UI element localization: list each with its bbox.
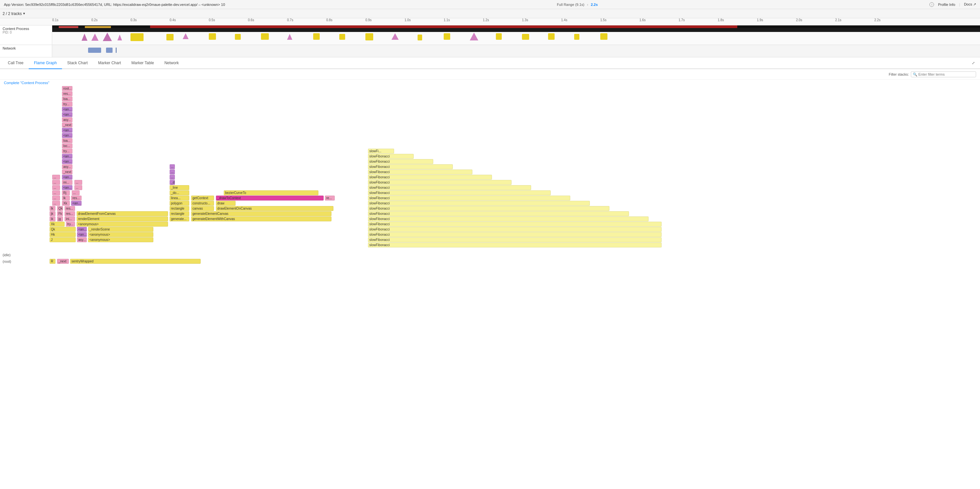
flame-block[interactable]: asy... (77, 237, 87, 242)
flame-block-slow-fib10[interactable]: slowFibonacci (368, 201, 590, 206)
filter-input[interactable] (911, 71, 976, 77)
flame-block-slow-fib2[interactable]: slowFibonacci (368, 159, 433, 164)
flame-block[interactable]: _next (62, 170, 72, 175)
flame-block-slow-fib1[interactable]: slowFibonacci (368, 154, 414, 159)
track-chevron[interactable]: ▾ (23, 11, 25, 16)
flame-block[interactable]: ... (170, 164, 175, 169)
flame-block[interactable]: ik (49, 216, 56, 221)
flame-block-r[interactable]: R (49, 259, 56, 264)
flame-block[interactable]: try... (62, 102, 72, 106)
flame-block[interactable]: ... (52, 201, 60, 206)
flame-block-linea[interactable]: linea... (170, 195, 189, 200)
flame-block[interactable]: ini... (62, 180, 72, 185)
flame-block-slow-fib15[interactable]: slowFibonacci (368, 227, 662, 232)
flame-block[interactable]: ... (52, 180, 60, 185)
flame-block-qk[interactable]: Qk (49, 227, 76, 232)
flame-block[interactable]: res... (62, 91, 72, 96)
tab-stack-chart[interactable]: Stack Chart (62, 57, 93, 69)
flame-block-j[interactable]: J (49, 237, 76, 242)
flame-block[interactable]: ... (170, 170, 175, 175)
flame-block[interactable]: Rj (62, 191, 70, 195)
flame-block-slow-fib18[interactable]: slowFibonacci (368, 243, 662, 248)
flame-block[interactable]: <an... (62, 107, 72, 112)
flame-block[interactable]: <an... (62, 175, 72, 179)
flame-block-slow-fi[interactable]: slowFi... (368, 149, 394, 154)
flame-block-polygon[interactable]: polygon (170, 201, 189, 206)
flame-block-slow-fib3[interactable]: slowFibonacci (368, 164, 453, 169)
flame-block[interactable]: Qk (57, 206, 63, 211)
flame-block-rect1[interactable]: rectangle (170, 206, 189, 211)
flame-block-get-context[interactable]: getContext (191, 195, 214, 200)
flame-block-slow-fib4[interactable]: slowFibonacci (368, 170, 473, 175)
flame-block-gen[interactable]: generate... (170, 216, 189, 221)
flame-block[interactable]: _next (62, 122, 72, 127)
flame-block-bezier[interactable]: bezierCurveTo (224, 191, 318, 195)
flame-block[interactable]: _line (170, 185, 189, 190)
tab-network[interactable]: Network (159, 57, 184, 69)
flame-block[interactable]: loa... (62, 97, 72, 102)
flame-block[interactable]: root... (62, 86, 72, 91)
flame-block-slow-fib11[interactable]: slowFibonacci (368, 206, 609, 211)
flame-block[interactable]: loa... (62, 138, 72, 143)
flame-block[interactable]: <an... (62, 128, 72, 133)
profile-info-link[interactable]: Profile Info (938, 3, 955, 6)
flame-block-rect2[interactable]: rectangle (170, 211, 189, 216)
expand-button[interactable]: ⤢ (969, 60, 977, 67)
flame-block-canvas[interactable]: canvas (191, 206, 214, 211)
tab-flame-graph[interactable]: Flame Graph (29, 57, 62, 69)
flame-block[interactable]: asy... (62, 117, 72, 122)
docs-link[interactable]: Docs ↗ (964, 2, 976, 6)
flame-block[interactable]: res... (65, 211, 75, 216)
flame-block[interactable]: ... (75, 180, 82, 185)
flame-block[interactable]: _do... (170, 180, 175, 185)
flame-block-slow-fib9[interactable]: slowFibonacci (368, 195, 570, 200)
flame-block-slow-fib16[interactable]: slowFibonacci (368, 232, 662, 237)
flame-block-slow-fib14[interactable]: slowFibonacci (368, 222, 662, 227)
flame-block-render-element[interactable]: renderElement (77, 216, 168, 221)
flame-block-re[interactable]: re... (325, 195, 335, 200)
flame-block[interactable]: try... (66, 222, 75, 227)
flame-block[interactable]: res... (65, 206, 75, 211)
flame-block-render-scene[interactable]: _renderScene (88, 227, 153, 232)
info-icon[interactable]: i (929, 2, 934, 7)
flame-block[interactable]: <an... (62, 159, 72, 164)
flame-block[interactable]: loc... (62, 143, 72, 148)
flame-block-slow-fib6[interactable]: slowFibonacci (368, 180, 512, 185)
flame-block-gen-elem-with-canvas[interactable]: generateElementWithCanvas (191, 216, 331, 221)
flame-block[interactable]: <an... (71, 201, 81, 206)
flame-block[interactable]: <an... (62, 185, 72, 190)
flame-block[interactable]: ... (52, 175, 60, 179)
flame-block-slow-fib17[interactable]: slowFibonacci (368, 237, 662, 242)
flame-block[interactable]: ini... (65, 216, 75, 221)
flame-block-do[interactable]: _do... (170, 191, 189, 195)
flame-block-xk[interactable]: Xk (49, 222, 65, 227)
flame-block[interactable]: ... (52, 191, 60, 195)
flame-block[interactable]: ... (75, 185, 82, 190)
flame-block-gen-elem-canvas[interactable]: generateElementCanvas (191, 211, 331, 216)
flame-block[interactable]: ... (52, 195, 60, 200)
flame-block[interactable]: res... (71, 195, 81, 200)
flame-block[interactable]: ... (170, 175, 175, 179)
flame-block-slow-fib8[interactable]: slowFibonacci (368, 191, 550, 195)
flame-block[interactable]: jk (49, 211, 56, 216)
flame-block-anon3[interactable]: <anonymous> (88, 237, 153, 242)
flame-block[interactable]: Xk (62, 201, 70, 206)
flame-area[interactable]: root... res... loa... try... <an... <an.… (0, 86, 980, 295)
flame-block-anon[interactable]: <anonymous> (77, 222, 168, 227)
flame-block[interactable]: <an... (77, 232, 87, 237)
flame-block-constructo[interactable]: constructo... (191, 201, 214, 206)
flame-block-draw-to-context[interactable]: _drawToContext (216, 195, 324, 200)
tab-marker-table[interactable]: Marker Table (126, 57, 159, 69)
flame-block[interactable]: asy... (62, 164, 72, 169)
tab-call-tree[interactable]: Call Tree (3, 57, 29, 69)
flame-block-sentry[interactable]: sentryWrapped (70, 259, 200, 264)
flame-block-slow-fib12[interactable]: slowFibonacci (368, 211, 629, 216)
flame-block-draw[interactable]: draw (216, 201, 235, 206)
flame-block[interactable]: <an... (62, 112, 72, 117)
flame-block[interactable]: try... (62, 149, 72, 154)
flame-block[interactable]: <an... (77, 227, 87, 232)
flame-block[interactable]: ... (52, 185, 60, 190)
flame-block-draw-element[interactable]: drawElementFromCanvas (77, 211, 168, 216)
flame-block-anon2[interactable]: <anonymous> (88, 232, 153, 237)
flame-block-slow-fib5[interactable]: slowFibonacci (368, 175, 492, 179)
